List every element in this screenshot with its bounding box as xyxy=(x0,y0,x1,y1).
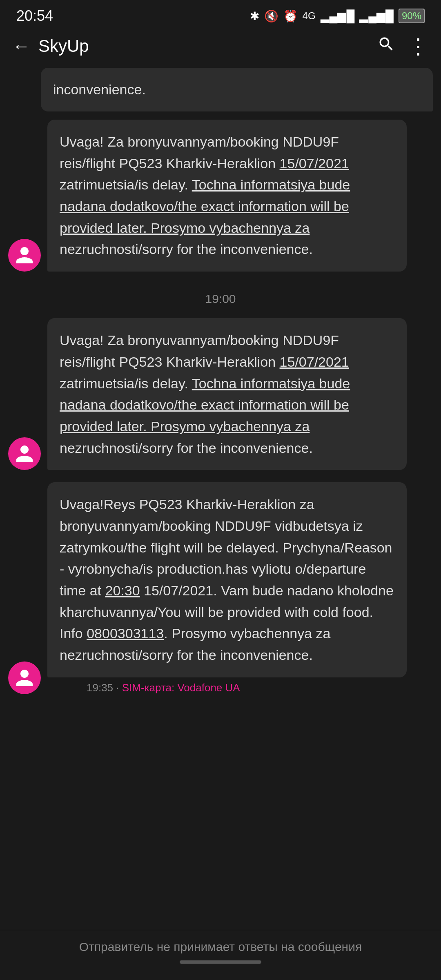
msg1-text: Uvaga! Za bronyuvannyam/booking NDDU9F r… xyxy=(60,134,350,257)
network-label: 4G xyxy=(303,10,316,22)
message-row-2: Uvaga! Za bronyuvannyam/booking NDDU9F r… xyxy=(8,318,433,470)
back-button[interactable]: ← xyxy=(12,36,30,56)
search-button[interactable] xyxy=(377,35,395,57)
sim-label: SIM-карта: Vodafone UA xyxy=(122,682,240,694)
timestamp-time: 19:35 · xyxy=(87,682,122,694)
app-bar-actions: ⋮ xyxy=(377,35,429,57)
avatar-3 xyxy=(8,662,41,694)
signal-bars-icon: ▂▄▆█ xyxy=(321,9,355,23)
msg2-text: Uvaga! Za bronyuvannyam/booking NDDU9F r… xyxy=(60,332,350,455)
footer-text: Отправитель не принимает ответы на сообщ… xyxy=(12,940,429,954)
message-bubble-2: Uvaga! Za bronyuvannyam/booking NDDU9F r… xyxy=(47,318,407,470)
messages-container: inconvenience. Uvaga! Za bronyuvannyam/b… xyxy=(0,64,441,780)
mute-icon: 🔇 xyxy=(264,9,278,23)
partial-message-text: inconvenience. xyxy=(53,82,146,97)
time-separator-1900: 19:00 xyxy=(0,292,441,306)
message-row-3: Uvaga!Reys PQ523 Kharkiv-Heraklion za br… xyxy=(8,482,433,694)
app-bar: ← SkyUp ⋮ xyxy=(0,29,441,64)
msg3-text: Uvaga!Reys PQ523 Kharkiv-Heraklion za br… xyxy=(60,497,394,663)
status-icons: ✱ 🔇 ⏰ 4G ▂▄▆█ ▂▄▆█ 90% xyxy=(250,9,425,23)
status-time: 20:54 xyxy=(16,7,53,24)
message-bubble-3: Uvaga!Reys PQ523 Kharkiv-Heraklion za br… xyxy=(47,482,407,677)
status-bar: 20:54 ✱ 🔇 ⏰ 4G ▂▄▆█ ▂▄▆█ 90% xyxy=(0,0,441,29)
alarm-icon: ⏰ xyxy=(283,9,298,23)
avatar-2 xyxy=(8,437,41,470)
app-title: SkyUp xyxy=(38,36,369,56)
message-timestamp-3: 19:35 · SIM-карта: Vodafone UA xyxy=(47,682,407,694)
message-row-1: Uvaga! Za bronyuvannyam/booking NDDU9F r… xyxy=(8,120,433,272)
signal-bars2-icon: ▂▄▆█ xyxy=(359,9,394,23)
battery-icon: 90% xyxy=(399,9,425,23)
home-indicator xyxy=(180,960,261,964)
partial-message-top: inconvenience. xyxy=(41,68,433,111)
bottom-spacer xyxy=(0,706,441,772)
bluetooth-icon: ✱ xyxy=(250,9,259,23)
avatar-1 xyxy=(8,239,41,272)
message-bubble-1: Uvaga! Za bronyuvannyam/booking NDDU9F r… xyxy=(47,120,407,272)
more-options-button[interactable]: ⋮ xyxy=(408,36,429,57)
message-col-3: Uvaga!Reys PQ523 Kharkiv-Heraklion za br… xyxy=(47,482,407,694)
footer-bar: Отправитель не принимает ответы на сообщ… xyxy=(0,930,441,980)
